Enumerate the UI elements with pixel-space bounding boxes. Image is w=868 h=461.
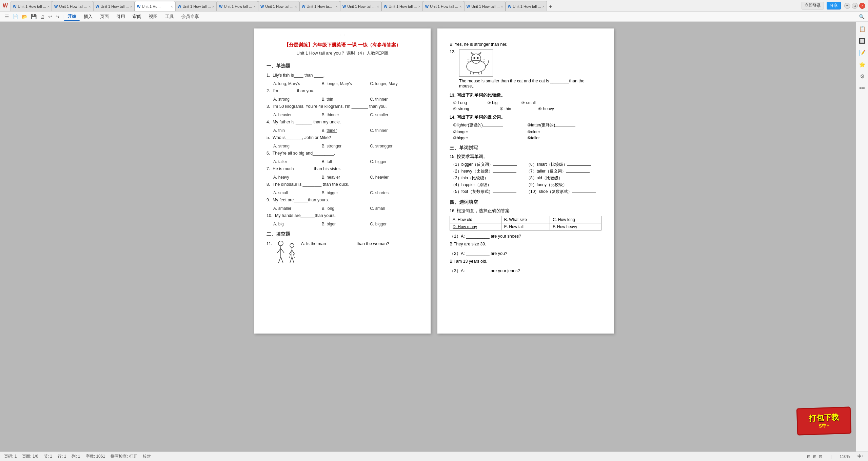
menu-start[interactable]: 开始	[64, 12, 80, 21]
doc-subtitle: Unit 1 How tall are you？ 课时（4）人教PEP版	[267, 50, 418, 56]
tab-close-5[interactable]: ×	[212, 4, 214, 8]
sidebar-icon-4[interactable]: ⭐	[857, 60, 867, 69]
corner-tr	[423, 32, 427, 36]
window-controls: − □ ×	[844, 3, 868, 9]
tab-4[interactable]: W Unit 1 Ho... ×	[135, 1, 175, 11]
section4-title: 四、选词填空	[450, 199, 601, 205]
sidebar-icon-3[interactable]: 📝	[857, 48, 867, 57]
new-tab-button[interactable]: +	[547, 2, 554, 11]
tab-close-4[interactable]: ×	[171, 4, 173, 8]
zoom-icon[interactable]: 中+	[857, 454, 864, 459]
tab-icon-1: W	[13, 4, 16, 8]
tab-13[interactable]: W Unit 1 How tall ... ×	[506, 1, 547, 11]
tab-close-10[interactable]: ×	[418, 4, 420, 8]
toolbar-icon-print[interactable]: 🖨	[39, 13, 45, 20]
tab-close-8[interactable]: ×	[335, 4, 337, 8]
tab-close-12[interactable]: ×	[501, 4, 503, 8]
select-options-table: A. How old B. What size C. How long D. H…	[450, 216, 601, 230]
share-button[interactable]: 分享	[827, 2, 841, 9]
corner2-bl	[441, 326, 445, 330]
minimize-button[interactable]: −	[844, 3, 850, 9]
status-layout-icons: ⊟ ⊞ ⊡	[807, 454, 822, 459]
sidebar-icon-1[interactable]: 📋	[857, 24, 867, 34]
tab-close-1[interactable]: ×	[47, 4, 50, 8]
section1-title: 一、单选题	[267, 63, 418, 69]
menu-insert[interactable]: 插入	[80, 13, 96, 21]
options-3: A. heavier B. thinner C. smaller	[273, 113, 418, 117]
tab-close-13[interactable]: ×	[542, 4, 544, 8]
sidebar-icon-2[interactable]: 🔲	[857, 36, 867, 45]
maximize-button[interactable]: □	[852, 3, 858, 9]
tab-12[interactable]: W Unit 1 How tall ... ×	[464, 1, 506, 11]
svg-line-9	[292, 250, 295, 254]
toolbar-icon-open[interactable]: 📂	[21, 13, 28, 20]
close-button[interactable]: ×	[859, 3, 865, 9]
layout-icon-2[interactable]: ⊞	[813, 454, 816, 459]
tab-label-12: Unit 1 How tall ...	[471, 4, 499, 8]
layout-icon-3[interactable]: ⊡	[819, 454, 822, 459]
toolbar-icon-new[interactable]: 📄	[12, 13, 19, 20]
tab-11[interactable]: W Unit 1 How tall ... ×	[423, 1, 464, 11]
comparison-words: ① Long ② big ③ small ④ strong ⑤ thin ⑥ h…	[453, 100, 601, 111]
svg-line-25	[470, 72, 471, 74]
section3-title: 三、单词拼写	[450, 145, 601, 151]
menu-page[interactable]: 页面	[97, 13, 112, 21]
status-spelling: 拼写检查: 打开	[111, 454, 137, 459]
status-cursor: 节: 1	[44, 454, 52, 459]
section2-title: 二、填空题	[267, 231, 418, 237]
tab-1[interactable]: W Unit 1 How tall ... ×	[11, 1, 52, 11]
antonym-words: ①lighter(更轻的) ④fatter(更胖的) ②longer ⑤olde…	[453, 122, 601, 140]
tab-close-7[interactable]: ×	[295, 4, 297, 8]
tab-10[interactable]: W Unit 1 How tall ... ×	[381, 1, 423, 11]
tab-close-2[interactable]: ×	[89, 4, 91, 8]
question-12: 12.	[450, 49, 601, 89]
options-6: A. taller B. tall C. bigger	[273, 159, 418, 164]
toolbar-icon-redo[interactable]: ↪	[55, 13, 60, 20]
tab-close-11[interactable]: ×	[459, 4, 461, 8]
svg-point-6	[290, 243, 294, 247]
tab-icon-7: W	[260, 4, 264, 8]
tab-3[interactable]: W Unit 1 How tall ... ×	[93, 1, 135, 11]
corner2-tr	[606, 32, 610, 36]
tab-icon-10: W	[384, 4, 387, 8]
menu-review[interactable]: 审阅	[129, 13, 145, 21]
tab-close-9[interactable]: ×	[377, 4, 379, 8]
svg-line-12	[289, 254, 291, 258]
tab-close-3[interactable]: ×	[130, 4, 132, 8]
toolbar-icon-undo[interactable]: ↩	[47, 13, 53, 20]
corner-tl	[258, 32, 262, 36]
badge-text-sub: S中+	[818, 423, 829, 429]
corner2-br	[606, 326, 610, 330]
download-badge[interactable]: 打包下载 S中+	[796, 406, 852, 436]
tab-close-6[interactable]: ×	[254, 4, 256, 8]
menu-tools[interactable]: 工具	[162, 13, 177, 21]
tab-7[interactable]: W Unit 1 How tall ... ×	[258, 1, 299, 11]
tab-label-6: Unit 1 How tall ...	[224, 4, 252, 8]
menubar: ☰ 📄 📂 💾 🖨 ↩ ↪ | 开始 插入 页面 引用 审阅 视图 工具 会员专…	[0, 12, 868, 22]
svg-point-14	[467, 60, 486, 73]
right-sidebar: 📋 🔲 📝 ⭐ ⚙ •••	[856, 22, 868, 452]
tab-label-8: Unit 1 How ta...	[307, 4, 334, 8]
tab-9[interactable]: W Unit 1 How tall ... ×	[340, 1, 381, 11]
svg-line-8	[289, 250, 292, 254]
tab-6[interactable]: W Unit 1 How tall ... ×	[217, 1, 258, 11]
select-opt-b: B. What size	[501, 216, 550, 223]
tab-8[interactable]: W Unit 1 How ta... ×	[299, 1, 340, 11]
sidebar-icon-5[interactable]: ⚙	[859, 72, 866, 81]
tab-icon-12: W	[467, 4, 470, 8]
tab-icon-11: W	[425, 4, 429, 8]
login-button[interactable]: 立即登录	[802, 2, 824, 9]
toolbar-icon-menu[interactable]: ☰	[4, 13, 10, 20]
q11-text: A: Is the man ____________ than the woma…	[301, 240, 389, 248]
toolbar-icon-save[interactable]: 💾	[30, 13, 37, 20]
menu-reference[interactable]: 引用	[113, 13, 129, 21]
question-7: 7. He is much________ than his sister.	[267, 165, 418, 172]
layout-icon-1[interactable]: ⊟	[807, 454, 810, 459]
menu-vip[interactable]: 会员专享	[178, 13, 202, 21]
sidebar-icon-more[interactable]: •••	[858, 84, 866, 93]
tab-5[interactable]: W Unit 1 How tall ... ×	[175, 1, 217, 11]
menu-view[interactable]: 视图	[145, 13, 161, 21]
search-icon[interactable]: 🔍	[858, 13, 865, 20]
tab-label-9: Unit 1 How tall ...	[347, 4, 375, 8]
tab-2[interactable]: W Unit 1 How tall ... ×	[52, 1, 93, 11]
